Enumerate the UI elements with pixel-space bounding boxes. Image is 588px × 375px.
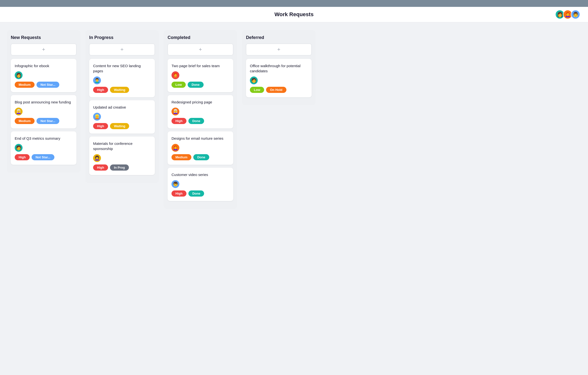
card-title: Redesigned pricing page — [172, 100, 229, 105]
card-title: End of Q3 metrics summary — [15, 136, 73, 141]
priority-badge: Low — [172, 82, 186, 88]
status-badge: In Prog — [110, 164, 129, 171]
column-header-new-requests: New Requests — [11, 35, 76, 40]
card-avatar: 👩‍🦰 — [172, 144, 179, 152]
card-avatar: 👩‍🦳 — [15, 108, 23, 115]
card-title: Office walkthrough for potential candida… — [250, 63, 308, 74]
priority-badge: Medium — [172, 154, 191, 160]
priority-badge: High — [15, 154, 30, 160]
priority-badge: High — [172, 118, 186, 124]
card-avatar: 👱 — [93, 113, 101, 121]
card-badges: HighIn Prog — [93, 164, 151, 171]
priority-badge: Medium — [15, 118, 35, 124]
column-header-completed: Completed — [168, 35, 233, 40]
card[interactable]: Customer video series👦HighDone — [168, 168, 233, 201]
priority-badge: High — [93, 87, 108, 93]
card[interactable]: Two page brief for sales team🧑‍🦰LowDone — [168, 59, 233, 92]
card-badges: HighWaiting — [93, 87, 151, 93]
status-badge: On Hold — [266, 87, 286, 93]
card-title: Customer video series — [172, 172, 229, 177]
card-avatar: 👩‍🦳 — [172, 108, 179, 115]
card-avatar: 🧑‍🦰 — [172, 71, 179, 79]
card-avatar: 🧑 — [250, 76, 258, 84]
card[interactable]: Redesigned pricing page👩‍🦳HighDone — [168, 95, 233, 128]
card[interactable]: Office walkthrough for potential candida… — [246, 59, 312, 97]
card-avatar: 👦 — [172, 180, 179, 188]
card[interactable]: End of Q3 metrics summary🧑HighNot Star..… — [11, 131, 76, 165]
header: Work Requests 👩👩‍🦰👨 — [0, 7, 588, 22]
column-deferred: Deferred+Office walkthrough for potentia… — [242, 30, 316, 105]
priority-badge: Low — [250, 87, 264, 93]
column-new-requests: New Requests+Infographic for ebook👩Mediu… — [7, 30, 80, 173]
card-avatar: 👩‍🦱 — [93, 154, 101, 162]
board: New Requests+Infographic for ebook👩Mediu… — [0, 22, 588, 217]
card[interactable]: Designs for email nurture series👩‍🦰Mediu… — [168, 131, 233, 165]
status-badge: Done — [188, 118, 204, 124]
card-badges: MediumNot Star... — [15, 82, 73, 88]
status-badge: Done — [188, 190, 204, 197]
status-badge: Done — [188, 82, 204, 88]
add-card-button-completed[interactable]: + — [168, 44, 233, 55]
card-avatar: 🧑 — [15, 144, 23, 152]
card-title: Updated ad creative — [93, 105, 151, 110]
status-badge: Not Star... — [32, 154, 54, 160]
add-card-button-in-progress[interactable]: + — [89, 44, 155, 55]
add-card-button-deferred[interactable]: + — [246, 44, 312, 55]
column-header-deferred: Deferred — [246, 35, 312, 40]
card-title: Materials for conference sponsorship — [93, 141, 151, 151]
card-title: Infographic for ebook — [15, 63, 73, 68]
card-badges: HighDone — [172, 118, 229, 124]
card-badges: HighDone — [172, 190, 229, 197]
status-badge: Waiting — [110, 87, 129, 93]
card-avatar: 👨‍🦱 — [93, 76, 101, 84]
card-badges: LowDone — [172, 82, 229, 88]
card-badges: MediumNot Star... — [15, 118, 73, 124]
header-avatar: 👨 — [571, 10, 580, 19]
card[interactable]: Infographic for ebook👩MediumNot Star... — [11, 59, 76, 92]
page-title: Work Requests — [274, 11, 314, 18]
card-badges: HighNot Star... — [15, 154, 73, 160]
column-completed: Completed+Two page brief for sales team🧑… — [164, 30, 237, 209]
column-header-in-progress: In Progress — [89, 35, 155, 40]
card-badges: HighWaiting — [93, 123, 151, 129]
card-title: Content for new SEO landing pages — [93, 63, 151, 74]
card[interactable]: Blog post announcing new funding👩‍🦳Mediu… — [11, 95, 76, 128]
card-badges: MediumDone — [172, 154, 229, 160]
card-avatar: 👩 — [15, 71, 23, 79]
priority-badge: Medium — [15, 82, 35, 88]
status-badge: Not Star... — [37, 118, 59, 124]
status-badge: Waiting — [110, 123, 129, 129]
priority-badge: High — [93, 123, 108, 129]
card[interactable]: Materials for conference sponsorship👩‍🦱H… — [89, 137, 155, 175]
priority-badge: High — [93, 164, 108, 171]
card-title: Two page brief for sales team — [172, 63, 229, 68]
column-in-progress: In Progress+Content for new SEO landing … — [85, 30, 159, 183]
card-badges: LowOn Hold — [250, 87, 308, 93]
status-badge: Not Star... — [37, 82, 59, 88]
card-title: Blog post announcing new funding — [15, 100, 73, 105]
add-card-button-new-requests[interactable]: + — [11, 44, 76, 55]
status-badge: Done — [193, 154, 209, 160]
card[interactable]: Updated ad creative👱HighWaiting — [89, 100, 155, 134]
priority-badge: High — [172, 190, 186, 197]
header-avatars: 👩👩‍🦰👨 — [557, 10, 580, 19]
card[interactable]: Content for new SEO landing pages👨‍🦱High… — [89, 59, 155, 97]
card-title: Designs for email nurture series — [172, 136, 229, 141]
top-bar — [0, 0, 588, 7]
